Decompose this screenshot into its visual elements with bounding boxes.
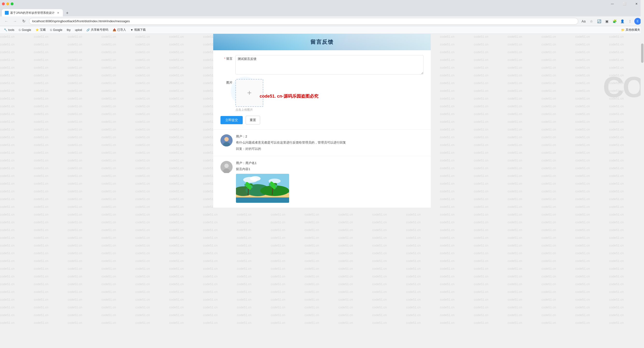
bookmark-import[interactable]: 📥 已导入 (111, 27, 128, 33)
bookmark-tby[interactable]: tby (65, 27, 72, 33)
bookmark-google2[interactable]: G Google (48, 27, 64, 33)
bookmark-baozang[interactable]: ⭐ 宝藏 (34, 27, 48, 33)
form-message-row: * 留言 (220, 55, 424, 75)
tab-close-btn[interactable]: ✕ (56, 11, 60, 15)
bookmark-uplod[interactable]: uplod (73, 27, 84, 33)
image-upload-box[interactable]: + (236, 79, 263, 107)
message-textarea[interactable] (236, 55, 424, 74)
tools-icon: 🔧 (4, 28, 7, 32)
window-close-dot (2, 2, 5, 5)
bookmark-share-pwd[interactable]: 🔗 共享账号密码 (84, 27, 110, 33)
message-item-1: 用户：2 有什么问题或者意见都是可以在这里进行反馈给管理员的，管理员可以进行回复… (213, 130, 431, 156)
scrollbar-track[interactable] (640, 0, 644, 348)
tab-favicon (5, 11, 9, 15)
share-pwd-icon: 🔗 (86, 28, 90, 32)
bookmark-google2-label: Google (53, 28, 62, 32)
message-reply-1: 回复：好的可以的 (236, 147, 424, 151)
bookmark-google1[interactable]: G Google (17, 27, 33, 33)
extensions-icon[interactable]: 🧩 (611, 18, 618, 25)
upload-plus-icon: + (247, 88, 252, 98)
message-label-text: 留言 (226, 57, 232, 60)
submit-button[interactable]: 立即提交 (220, 116, 243, 124)
page-wrapper: 留言反馈 * 留言 图片 (0, 34, 644, 208)
more-icon[interactable]: ⋮ (626, 18, 633, 25)
new-tab-btn[interactable]: + (64, 10, 70, 16)
message-user-1: 用户：2 (236, 134, 424, 139)
image-upload-wrapper: + (236, 79, 263, 107)
sync-icon[interactable]: 🔄 (596, 18, 602, 25)
message-text-2: 留言内容1 (236, 167, 424, 172)
bookmark-import-label: 已导入 (117, 28, 126, 32)
message-label: * 留言 (220, 55, 232, 61)
bookmarks-bar: 🔧 tools G Google ⭐ 宝藏 G Google tby uplod… (0, 26, 644, 34)
reset-button[interactable]: 重置 (246, 116, 260, 124)
bookmark-star-icon[interactable]: ☆ (588, 18, 595, 25)
browser-tab-bar: 基于JAVA的牙科诊所管理系统设计 ✕ + (0, 8, 644, 16)
win-controls: — ⬜ ✕ (607, 0, 642, 8)
user-avatar-1 (220, 134, 232, 146)
bookmark-share-pwd-label: 共享账号密码 (91, 28, 108, 32)
import-icon: 📥 (113, 28, 116, 32)
others-folder-icon: 📁 (621, 28, 625, 32)
bookmark-video-dl[interactable]: ▼ 视频下载 (128, 27, 148, 33)
win-minimize-btn[interactable]: — (607, 0, 618, 8)
bookmark-uplod-label: uplod (75, 28, 82, 32)
refresh-btn[interactable]: ↻ (20, 18, 27, 25)
google1-icon: G (18, 28, 21, 32)
google2-icon: G (50, 28, 52, 32)
window-maximize-dot (11, 2, 14, 5)
baozang-icon: ⭐ (36, 28, 39, 32)
svg-point-9 (250, 176, 260, 181)
user-avatar-icon[interactable]: E (634, 18, 641, 25)
message-input-group (236, 55, 424, 75)
bookmark-others-label: 其他收藏夹 (626, 28, 640, 32)
image-input-group: + code51. cn-源码乐园盗图必究 点击上传图片 (236, 79, 424, 112)
message-user-2: 用户：用户名1 (236, 161, 424, 165)
message-content-2: 用户：用户名1 留言内容1 (236, 161, 424, 203)
user-avatar-2 (220, 161, 232, 173)
bookmark-others[interactable]: 📁 其他收藏夹 (619, 27, 642, 33)
btn-row: 立即提交 重置 (220, 116, 424, 124)
bookmark-tby-label: tby (67, 28, 70, 32)
required-star: * (224, 57, 225, 60)
browser-titlebar: — ⬜ ✕ (0, 0, 644, 8)
svg-point-5 (224, 164, 229, 168)
browser-chrome: — ⬜ ✕ 基于JAVA的牙科诊所管理系统设计 ✕ + ← → ↻ localh… (0, 0, 644, 34)
bookmark-google1-label: Google (22, 28, 31, 32)
image-upload-hint: 点击上传图片 (236, 108, 424, 112)
back-btn[interactable]: ← (3, 18, 10, 25)
page-title: 留言反馈 (310, 38, 334, 46)
tab-title: 基于JAVA的牙科诊所管理系统设计 (10, 11, 55, 15)
message-image-2 (236, 174, 424, 203)
bookmark-tools-label: tools (8, 28, 14, 32)
messages-section: 用户：2 有什么问题或者意见都是可以在这里进行反馈给管理员的，管理员可以进行回复… (213, 130, 431, 208)
sidebar-icon[interactable]: ▣ (604, 18, 610, 25)
message-text-1: 有什么问题或者意见都是可以在这里进行反馈给管理员的，管理员可以进行回复 (236, 140, 424, 145)
form-image-row: 图片 + code51. cn-源码乐园盗图必究 点击上传图片 (220, 79, 424, 112)
video-dl-icon: ▼ (130, 28, 133, 32)
browser-toolbar-icons: Aa ☆ 🔄 ▣ 🧩 👤 ⋮ E (580, 18, 641, 25)
message-content-1: 用户：2 有什么问题或者意见都是可以在这里进行反馈给管理员的，管理员可以进行回复… (236, 134, 424, 151)
svg-point-1 (224, 137, 229, 142)
scrollbar-thumb[interactable] (641, 44, 644, 63)
bookmark-baozang-label: 宝藏 (40, 28, 46, 32)
content-container: 留言反馈 * 留言 图片 (213, 34, 431, 208)
bookmark-tools[interactable]: 🔧 tools (2, 27, 16, 33)
antitheft-watermark-text: code51. cn-源码乐园盗图必究 (260, 93, 318, 99)
window-minimize-dot (6, 2, 9, 5)
browser-address-bar: ← → ↻ localhost:8080/springboot6ack5/fro… (0, 16, 644, 26)
reader-mode-icon[interactable]: Aa (580, 18, 587, 25)
url-text: localhost:8080/springboot6ack5/front/dis… (32, 19, 130, 23)
message-item-2: 用户：用户名1 留言内容1 (213, 156, 431, 208)
win-maximize-btn[interactable]: ⬜ (619, 0, 630, 8)
profile-icon[interactable]: 👤 (619, 18, 626, 25)
page-header: 留言反馈 (213, 34, 431, 50)
image-label: 图片 (220, 79, 232, 85)
browser-tab-active[interactable]: 基于JAVA的牙科诊所管理系统设计 ✕ (2, 9, 63, 16)
form-section: * 留言 图片 + (213, 50, 431, 130)
forward-btn[interactable]: → (12, 18, 18, 25)
url-box[interactable]: localhost:8080/springboot6ack5/front/dis… (29, 18, 578, 25)
bookmark-video-dl-label: 视频下载 (134, 28, 146, 32)
